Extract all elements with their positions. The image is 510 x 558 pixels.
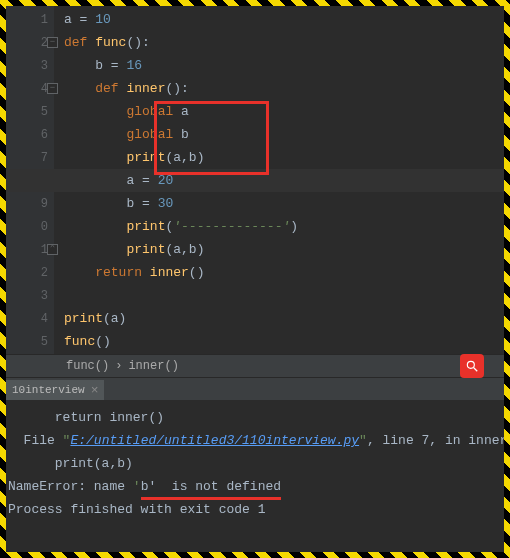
line-number: 5 (34, 105, 48, 119)
code-line: global b (64, 123, 504, 146)
code-line: func() (64, 330, 504, 353)
code-line (64, 284, 504, 307)
code-line: print('-------------') (64, 215, 504, 238)
line-number: 6 (34, 128, 48, 142)
tab-label: 10interview (12, 384, 85, 396)
line-number: 3 (34, 59, 48, 73)
file-path-link[interactable]: E:/untitled/untitled3/110interview.py (70, 433, 359, 448)
code-line: b = 16 (64, 54, 504, 77)
console-line: print(a,b) (8, 452, 502, 475)
breadcrumb-item[interactable]: func() (66, 359, 109, 373)
line-number: 1 (34, 13, 48, 27)
breadcrumb-item[interactable]: inner() (128, 359, 178, 373)
line-number: 4 (34, 82, 48, 96)
code-line: def inner(): (64, 77, 504, 100)
line-number: 2 (34, 266, 48, 280)
code-editor[interactable]: 1 2− 3 4− 5 6 7 8⌃ 9 0 1⌃ 2 3 4 5 a = 10… (6, 6, 504, 354)
code-line: print(a,b) (64, 238, 504, 261)
line-number: 3 (34, 289, 48, 303)
code-line: def func(): (64, 31, 504, 54)
line-number: 5 (34, 335, 48, 349)
line-number: 4 (34, 312, 48, 326)
code-area[interactable]: a = 10 def func(): b = 16 def inner(): g… (54, 6, 504, 354)
code-line: print(a) (64, 307, 504, 330)
chevron-right-icon: › (115, 359, 122, 373)
code-line-current: a = 20 (64, 169, 504, 192)
code-line: return inner() (64, 261, 504, 284)
line-number: 0 (34, 220, 48, 234)
console-tab-bar: 10interview × (6, 378, 504, 400)
code-line: a = 10 (64, 8, 504, 31)
console-tab[interactable]: 10interview × (6, 380, 104, 400)
search-button[interactable] (460, 354, 484, 378)
svg-line-1 (474, 368, 478, 372)
console-line: Process finished with exit code 1 (8, 498, 502, 521)
code-line: print(a,b) (64, 146, 504, 169)
search-icon (465, 359, 479, 373)
console-error-line: NameError: name 'b' is not defined (8, 475, 502, 498)
svg-point-0 (467, 361, 474, 368)
annotation-underline: b' is not defined (141, 475, 281, 498)
code-line: b = 30 (64, 192, 504, 215)
line-number: 7 (34, 151, 48, 165)
line-number: 2 (34, 36, 48, 50)
line-number: 1 (34, 243, 48, 257)
code-line: global a (64, 100, 504, 123)
line-number: 9 (34, 197, 48, 211)
close-icon[interactable]: × (91, 383, 99, 398)
console-line: return inner() (8, 406, 502, 429)
console-output[interactable]: return inner() File "E:/untitled/untitle… (6, 400, 504, 527)
console-line: File "E:/untitled/untitled3/110interview… (8, 429, 502, 452)
breadcrumb: func() › inner() (6, 354, 504, 378)
